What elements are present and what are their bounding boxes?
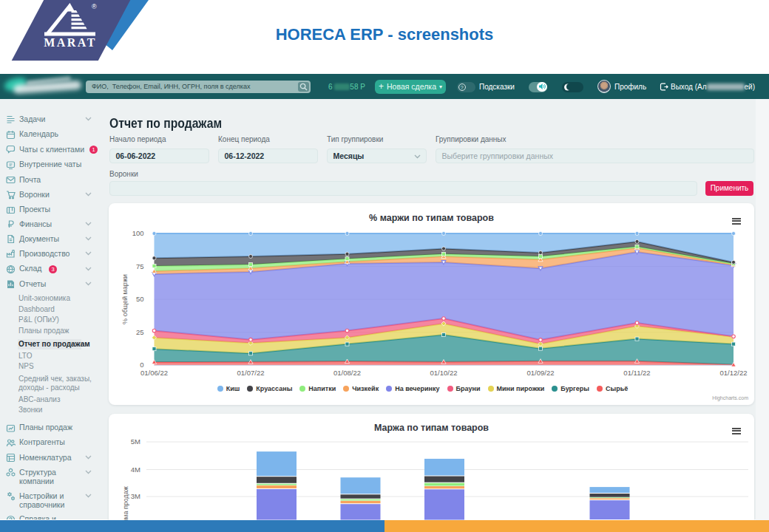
svg-text:01/07/22: 01/07/22 (237, 369, 265, 377)
svg-text:01/11/22: 01/11/22 (623, 369, 650, 377)
svg-text:01/09/22: 01/09/22 (527, 369, 555, 377)
svg-text:100: 100 (132, 229, 144, 237)
svg-text:4M: 4M (131, 465, 140, 473)
svg-text:01/12/22: 01/12/22 (720, 369, 748, 377)
svg-text:3M: 3M (131, 492, 140, 500)
svg-text:01/06/22: 01/06/22 (140, 369, 168, 377)
svg-text:0: 0 (140, 361, 143, 369)
svg-text:50: 50 (136, 295, 144, 303)
svg-text:5M: 5M (131, 437, 140, 446)
svg-text:25: 25 (136, 327, 144, 335)
svg-text:01/08/22: 01/08/22 (333, 369, 361, 377)
svg-text:75: 75 (136, 262, 144, 270)
svg-text:01/10/22: 01/10/22 (430, 369, 458, 377)
